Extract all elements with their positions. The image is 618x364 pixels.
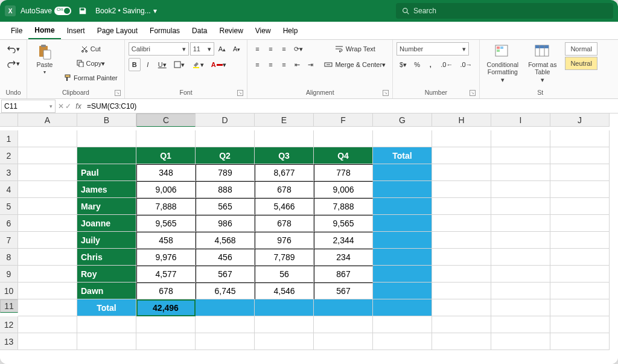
cell-G12[interactable]: [373, 316, 432, 333]
row-header-4[interactable]: 4: [0, 181, 18, 198]
cell-D8[interactable]: 456: [196, 249, 255, 266]
cell-I7[interactable]: [491, 232, 550, 249]
cell-J10[interactable]: [550, 283, 610, 299]
cell-J1[interactable]: [550, 130, 610, 147]
select-all-corner[interactable]: [0, 113, 18, 127]
cell-D5[interactable]: 565: [196, 198, 255, 215]
cell-D6[interactable]: 986: [196, 215, 255, 232]
autosave-toggle[interactable]: On: [54, 7, 71, 15]
cell-G1[interactable]: [373, 130, 432, 147]
cell-H6[interactable]: [432, 215, 491, 232]
cell-F1[interactable]: [314, 130, 373, 147]
cell-A6[interactable]: [18, 215, 77, 232]
cell-C6[interactable]: 9,565: [136, 215, 196, 232]
tab-help[interactable]: Help: [277, 22, 304, 39]
cell-E9[interactable]: 56: [255, 266, 314, 283]
cell-B12[interactable]: [77, 316, 136, 333]
row-header-13[interactable]: 13: [0, 333, 18, 350]
cell-E3[interactable]: 8,677: [255, 164, 314, 181]
cell-E8[interactable]: 7,789: [255, 249, 314, 266]
cell-G7[interactable]: [373, 232, 432, 249]
cell-E7[interactable]: 976: [255, 232, 314, 249]
alignment-dialog-launcher[interactable]: ↘: [383, 90, 389, 96]
cell-J3[interactable]: [550, 164, 610, 181]
cell-F5[interactable]: 7,888: [314, 198, 373, 215]
cell-G9[interactable]: [373, 266, 432, 283]
cell-H3[interactable]: [432, 164, 491, 181]
cell-C8[interactable]: 9,976: [136, 249, 196, 266]
cell-B6[interactable]: Joanne: [77, 215, 136, 232]
row-header-2[interactable]: 2: [0, 147, 18, 164]
cell-F6[interactable]: 9,565: [314, 215, 373, 232]
cell-C5[interactable]: 7,888: [136, 198, 196, 215]
col-header-A[interactable]: A: [18, 113, 77, 127]
col-header-E[interactable]: E: [255, 113, 314, 127]
cell-D3[interactable]: 789: [196, 164, 255, 181]
cell-E4[interactable]: 678: [255, 181, 314, 198]
cell-C12[interactable]: [136, 316, 196, 333]
comma-format-button[interactable]: ,: [424, 58, 436, 71]
cell-H11[interactable]: [432, 299, 491, 316]
cell-G2[interactable]: Total: [373, 147, 432, 164]
cell-J12[interactable]: [550, 316, 610, 333]
cell-A4[interactable]: [18, 181, 77, 198]
font-color-button[interactable]: A▾: [208, 58, 229, 71]
cancel-formula-icon[interactable]: ✕: [58, 102, 64, 110]
cell-A7[interactable]: [18, 232, 77, 249]
cell-F10[interactable]: 567: [314, 283, 373, 299]
cell-J4[interactable]: [550, 181, 610, 198]
cell-D2[interactable]: Q2: [196, 147, 255, 164]
cell-C11[interactable]: 42,496: [136, 299, 196, 316]
cell-H5[interactable]: [432, 198, 491, 215]
row-header-3[interactable]: 3: [0, 164, 18, 181]
cell-J2[interactable]: [550, 147, 610, 164]
cell-G11[interactable]: [373, 299, 432, 316]
cell-D13[interactable]: [196, 333, 255, 350]
spreadsheet-grid[interactable]: ABCDEFGHIJ12Q1Q2Q3Q4Total3Paul3487898,67…: [0, 113, 618, 364]
cell-C7[interactable]: 458: [136, 232, 196, 249]
autosave-control[interactable]: AutoSave On: [21, 7, 71, 15]
percent-format-button[interactable]: %: [411, 58, 423, 71]
cell-style-normal[interactable]: Normal: [565, 42, 597, 56]
cell-B10[interactable]: Dawn: [77, 283, 136, 299]
indent-increase-button[interactable]: ⇥: [304, 58, 316, 71]
italic-button[interactable]: I: [142, 58, 154, 71]
cell-F13[interactable]: [314, 333, 373, 350]
tab-view[interactable]: View: [249, 22, 277, 39]
row-header-7[interactable]: 7: [0, 232, 18, 249]
cell-A11[interactable]: [18, 299, 77, 316]
cell-E5[interactable]: 5,466: [255, 198, 314, 215]
orientation-button[interactable]: ⟳▾: [291, 42, 306, 56]
cell-H10[interactable]: [432, 283, 491, 299]
col-header-D[interactable]: D: [196, 113, 255, 127]
row-header-12[interactable]: 12: [0, 316, 18, 333]
cell-G13[interactable]: [373, 333, 432, 350]
cell-B7[interactable]: Juily: [77, 232, 136, 249]
conditional-formatting-button[interactable]: Conditional Formatting▾: [483, 42, 523, 85]
cell-F7[interactable]: 2,344: [314, 232, 373, 249]
cell-I12[interactable]: [491, 316, 550, 333]
cell-I10[interactable]: [491, 283, 550, 299]
number-format-select[interactable]: Number▾: [397, 42, 469, 56]
col-header-C[interactable]: C: [136, 113, 196, 127]
cell-style-neutral[interactable]: Neutral: [565, 57, 597, 70]
cell-H8[interactable]: [432, 249, 491, 266]
row-header-10[interactable]: 10: [0, 283, 18, 299]
cell-I9[interactable]: [491, 266, 550, 283]
col-header-H[interactable]: H: [432, 113, 491, 127]
cell-C9[interactable]: 4,577: [136, 266, 196, 283]
cell-G3[interactable]: [373, 164, 432, 181]
cell-J5[interactable]: [550, 198, 610, 215]
cell-E6[interactable]: 678: [255, 215, 314, 232]
tab-data[interactable]: Data: [186, 22, 213, 39]
merge-center-button[interactable]: Merge & Center▾: [321, 58, 389, 71]
cell-A10[interactable]: [18, 283, 77, 299]
clipboard-dialog-launcher[interactable]: ↘: [115, 90, 121, 96]
cell-E12[interactable]: [255, 316, 314, 333]
decrease-font-button[interactable]: A▾: [230, 42, 243, 56]
number-dialog-launcher[interactable]: ↘: [470, 90, 476, 96]
cell-D12[interactable]: [196, 316, 255, 333]
cell-C4[interactable]: 9,006: [136, 181, 196, 198]
cell-D1[interactable]: [196, 130, 255, 147]
cell-D10[interactable]: 6,745: [196, 283, 255, 299]
